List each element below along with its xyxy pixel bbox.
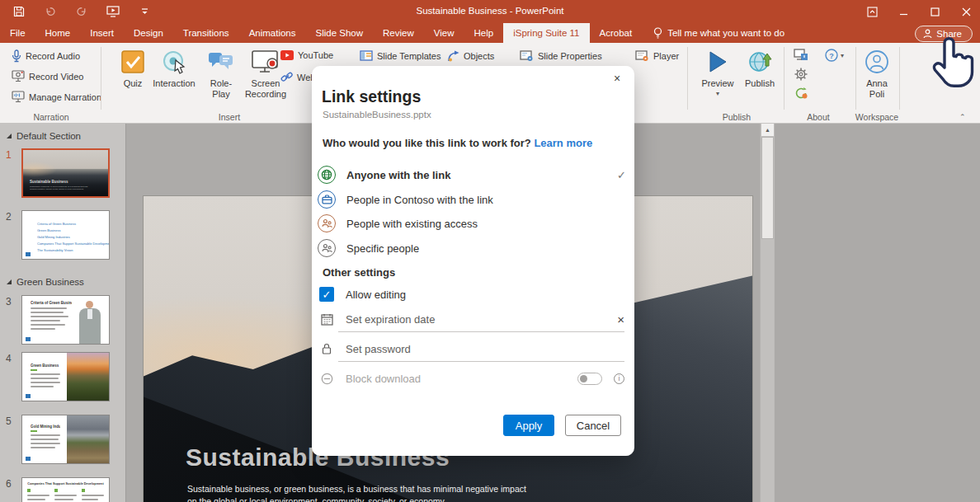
people-icon (318, 239, 336, 257)
apply-button[interactable]: Apply (503, 415, 554, 436)
set-password-row[interactable]: Set password (319, 340, 624, 358)
allow-editing-row[interactable]: ✓ Allow editing (319, 285, 624, 303)
role-play-button[interactable]: Role-Play (203, 48, 239, 99)
tab-design[interactable]: Design (124, 23, 173, 43)
option-anyone-with-link[interactable]: Anyone with the link ✓ (318, 163, 626, 186)
thumb-photo-person (78, 301, 102, 344)
gear-icon[interactable] (794, 68, 808, 81)
tell-me-box[interactable]: Tell me what you want to do (653, 23, 784, 43)
thumb-title: Criteria of Green Business (31, 301, 72, 305)
slide-number: 2 (6, 211, 12, 223)
tab-help[interactable]: Help (464, 23, 504, 43)
tab-acrobat[interactable]: Acrobat (590, 23, 643, 43)
slide-thumbnail-6[interactable]: Companies That Support Sustainable Devel… (21, 477, 110, 502)
pc-info-icon[interactable] (794, 49, 808, 62)
slide-templates-icon (360, 50, 373, 61)
option-people-with-existing-access[interactable]: People with existing access (318, 212, 626, 235)
tab-view[interactable]: View (424, 23, 464, 43)
tab-animations[interactable]: Animations (239, 23, 306, 43)
briefcase-icon (318, 190, 336, 209)
group-separator (784, 47, 784, 110)
slide-properties-label: Slide Properties (538, 51, 602, 61)
block-icon (319, 373, 334, 385)
maximize-icon[interactable] (921, 0, 949, 23)
option-label: People with existing access (346, 218, 626, 230)
toc-link: Criteria of Green Business (37, 222, 109, 226)
group-label-workspace: Workspace (855, 112, 898, 122)
manage-narration-label: Manage Narration (29, 92, 101, 102)
learn-more-link[interactable]: Learn more (534, 137, 592, 149)
slide-templates-button[interactable]: Slide Templates (360, 50, 441, 61)
scrollbar-up-arrow-icon[interactable]: ▲ (761, 124, 774, 136)
option-label: Specific people (346, 242, 626, 255)
slide-subtitle-text[interactable]: Sustainable business, or green business,… (187, 483, 534, 502)
role-play-icon (208, 48, 234, 76)
slide-thumbnail-5[interactable]: Gold Mining Industries (21, 415, 110, 464)
player-button[interactable]: Player (635, 50, 679, 62)
minimize-icon[interactable] (889, 0, 917, 23)
objects-button[interactable]: Objects (447, 50, 494, 62)
toc-link: Green Business (37, 228, 109, 232)
tab-transitions[interactable]: Transitions (173, 23, 239, 43)
tab-review[interactable]: Review (373, 23, 424, 43)
slide-properties-button[interactable]: Slide Properties (520, 50, 602, 62)
block-download-toggle[interactable] (577, 373, 602, 385)
tab-slide-show[interactable]: Slide Show (306, 23, 374, 43)
dialog-close-icon[interactable]: × (608, 69, 626, 87)
record-video-button[interactable]: Record Video (12, 70, 83, 82)
interaction-button[interactable]: Interaction (148, 48, 200, 89)
share-button[interactable]: Share (915, 26, 973, 42)
vertical-scrollbar[interactable]: ▲ (760, 124, 774, 502)
player-icon (635, 50, 649, 62)
svg-text:?: ? (829, 52, 834, 60)
slide-number: 4 (6, 353, 12, 364)
globe-icon (318, 166, 336, 184)
preview-button[interactable]: Preview ▾ (697, 48, 738, 97)
preview-label: Preview (701, 78, 733, 89)
manage-narration-button[interactable]: Manage Narration (12, 91, 101, 103)
link-settings-dialog: × Link settings SustainableBusiness.pptx… (312, 66, 634, 456)
tab-file[interactable]: File (0, 23, 35, 43)
slide-thumbnail-4[interactable]: Green Business (21, 352, 110, 401)
objects-icon (447, 50, 459, 62)
thumb-title: Green Business (31, 364, 60, 368)
collapse-ribbon-icon[interactable]: ⌃ (959, 113, 966, 121)
record-audio-button[interactable]: Record Audio (12, 49, 80, 63)
section-header-green-business[interactable]: Green Business (7, 277, 84, 287)
publish-globe-icon (747, 48, 772, 76)
ribbon-display-options-icon[interactable] (858, 0, 886, 23)
slide-number: 5 (6, 415, 12, 427)
workspace-right-gutter (774, 124, 980, 502)
webcam-icon (12, 70, 25, 82)
screen-recording-icon (252, 48, 280, 76)
update-icon[interactable] (794, 87, 808, 100)
checkbox-checked-icon[interactable]: ✓ (319, 287, 334, 302)
tab-ispring-suite-11[interactable]: iSpring Suite 11 (503, 23, 589, 43)
clear-expiration-icon[interactable]: × (617, 312, 624, 326)
tab-home[interactable]: Home (35, 23, 81, 43)
option-people-in-contoso[interactable]: People in Contoso with the link (318, 188, 626, 211)
youtube-button[interactable]: YouTube (280, 50, 333, 60)
record-audio-label: Record Audio (26, 51, 80, 61)
tab-insert[interactable]: Insert (80, 23, 124, 43)
player-label: Player (653, 51, 679, 61)
interaction-label: Interaction (153, 78, 195, 89)
group-label-publish: Publish (723, 112, 751, 122)
set-expiration-row[interactable]: Set expiration date × (319, 310, 624, 328)
slide-thumbnail-3[interactable]: Criteria of Green Business (21, 295, 110, 345)
slide-thumbnail-2[interactable]: Criteria of Green Business Green Busines… (21, 210, 110, 260)
option-specific-people[interactable]: Specific people (318, 237, 626, 260)
section-header-default[interactable]: Default Section (7, 131, 81, 141)
cancel-button[interactable]: Cancel (565, 415, 621, 436)
scrollbar-thumb[interactable] (761, 137, 774, 239)
group-separator (101, 47, 101, 110)
workspace-account-button[interactable]: Anna Poli (855, 48, 898, 99)
section-collapse-icon (7, 279, 12, 284)
thumb-logo (26, 252, 31, 256)
slide-thumbnail-1[interactable]: Sustainable Business Sustainable busines… (21, 148, 110, 198)
person-icon (923, 29, 932, 39)
close-icon[interactable] (952, 0, 980, 23)
toc-link: The Sustainability Vision (37, 248, 109, 252)
publish-button[interactable]: Publish (738, 48, 781, 89)
help-button[interactable]: ? ▾ (825, 49, 844, 62)
